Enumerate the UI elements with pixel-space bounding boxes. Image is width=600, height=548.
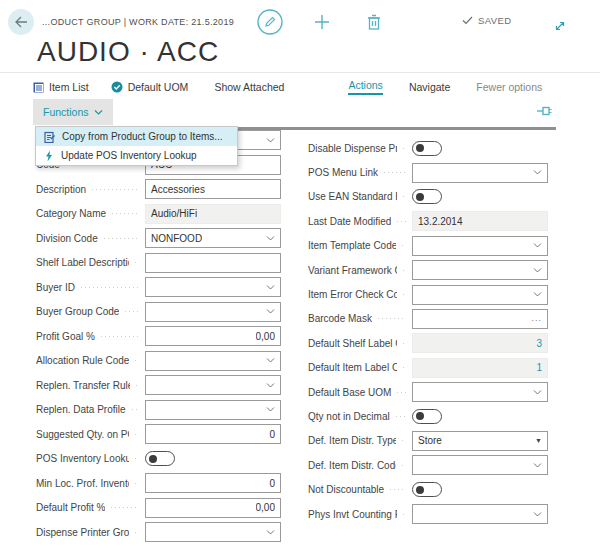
chevron-down-icon[interactable] [533,512,542,517]
qty-not-in-decimal-toggle[interactable] [412,409,442,424]
barcode-mask-lookup-field[interactable]: ... [412,309,548,329]
dotted-leader [396,416,406,417]
field-label: Suggested Qty. on POS [36,429,129,440]
chevron-down-icon[interactable] [533,170,542,175]
form-row-disable-dispense-prin: Disable Dispense Prin... [308,136,548,160]
shelf-label-description-input[interactable] [145,253,281,273]
menu-item-update-pos-inventory-lookup[interactable]: Update POS Inventory Lookup [36,146,237,165]
chevron-down-icon[interactable] [266,138,275,143]
dotted-leader [111,507,139,508]
form-row-use-ean-standard-barc: Use EAN Standard Barc. [308,185,548,209]
allocation-rule-code-combobox[interactable] [145,351,281,371]
use-ean-standard-barc-toggle[interactable] [412,189,442,204]
expand-arrows-icon [553,19,567,33]
chevron-down-icon[interactable] [533,292,542,297]
menu-item-copy-from-product-group-to-items[interactable]: Copy from Product Group to Items... [36,127,237,146]
dotted-leader [135,532,139,533]
form-row-profit-goal: Profit Goal %0,00 [36,324,281,349]
not-discountable-toggle[interactable] [412,482,442,497]
chevron-down-icon[interactable] [533,243,542,248]
chevron-down-icon[interactable] [266,530,275,535]
default-item-label-co-input: 1 [412,358,548,378]
form-row-barcode-mask: Barcode Mask... [308,307,548,331]
chevron-down-icon[interactable] [266,236,275,241]
default-profit-input[interactable]: 0,00 [145,498,281,518]
functions-menu-button[interactable]: Functions [33,99,113,125]
dotted-leader [135,262,139,263]
edit-button[interactable] [256,8,284,36]
action-default-uom[interactable]: Default UOM [111,81,189,94]
chevron-down-icon[interactable] [533,463,542,468]
dotted-leader [403,514,406,515]
pos-inventory-lookup-toggle[interactable] [145,451,175,466]
field-label: Allocation Rule Code [36,355,129,366]
form-row-buyer-id: Buyer ID [36,275,281,300]
action-show-attached[interactable]: Show Attached [214,81,284,94]
field-value: 0 [269,478,275,489]
back-button[interactable] [8,9,34,35]
form-row-qty-not-in-decimal: Qty not in Decimal [308,404,548,428]
lookup-ellipsis-icon[interactable]: ... [531,314,542,323]
form-row-allocation-rule-code: Allocation Rule Code [36,349,281,374]
field-label: Replen. Data Profile [36,404,126,415]
form-row-replen-transfer-rule: Replen. Transfer Rule ... [36,373,281,398]
division-code-combobox[interactable]: NONFOOD [145,228,281,248]
field-value: 13.2.2014 [418,216,463,227]
variant-framework-co-combobox[interactable] [412,260,548,280]
tab-navigate[interactable]: Navigate [409,81,450,94]
new-button[interactable] [308,8,336,36]
pos-menu-link-combobox[interactable] [412,163,548,183]
field-value: NONFOOD [151,233,202,244]
profit-goal-input[interactable]: 0,00 [145,326,281,346]
replen-transfer-rule-combobox[interactable] [145,375,281,395]
expand-page-button[interactable] [546,12,574,40]
menu-item-label: Update POS Inventory Lookup [61,150,197,161]
description-input[interactable]: Accessories [145,179,281,199]
dotted-leader [397,392,406,393]
buyer-id-combobox[interactable] [145,277,281,297]
field-label: POS Menu Link [308,167,378,178]
action-item-list[interactable]: Item List [33,81,89,94]
form-row-buyer-group-code: Buyer Group Code [36,300,281,325]
def-item-distr-code-combobox[interactable] [412,455,548,475]
dotted-leader [104,238,139,239]
buyer-group-code-combobox[interactable] [145,302,281,322]
field-label: Barcode Mask [308,313,372,324]
field-label: Def. Item Distr. Code [308,460,396,471]
item-error-check-code-combobox[interactable] [412,285,548,305]
functions-dropdown-menu: Copy from Product Group to Items... Upda… [35,126,238,166]
dropdown-triangle-icon[interactable]: ▼ [535,437,542,444]
default-base-uom-combobox[interactable] [412,382,548,402]
dotted-leader [112,213,139,214]
min-loc-prof-inventory-input[interactable]: 0 [145,473,281,493]
trash-icon [367,14,381,30]
chevron-down-icon[interactable] [533,268,542,273]
chevron-down-icon[interactable] [266,358,275,363]
suggested-qty-on-pos-input[interactable]: 0 [145,424,281,444]
chevron-down-icon[interactable] [266,309,275,314]
delete-button[interactable] [360,8,388,36]
field-label: Use EAN Standard Barc. [308,191,397,202]
field-label: Dispense Printer Group [36,527,129,538]
dotted-leader [403,196,406,197]
pin-icon [537,105,552,117]
chevron-down-icon[interactable] [266,285,275,290]
chevron-down-icon[interactable] [266,383,275,388]
def-item-distr-type-select[interactable]: Store▼ [412,431,548,451]
item-template-code-combobox[interactable] [412,236,548,256]
replen-data-profile-combobox[interactable] [145,400,281,420]
dispense-printer-group-combobox[interactable] [145,522,281,542]
field-label: Buyer Group Code [36,306,119,317]
form-row-pos-menu-link: POS Menu Link [308,160,548,184]
default-shelf-label-co-input: 3 [412,333,548,353]
phys-invt-counting-pe-combobox[interactable] [412,504,548,524]
tab-actions[interactable]: Actions [348,79,382,95]
dotted-leader [403,270,406,271]
dotted-leader [378,318,406,319]
field-label: Replen. Transfer Rule ... [36,380,130,391]
chevron-down-icon[interactable] [533,390,542,395]
fewer-options-button[interactable]: Fewer options [476,81,542,94]
chevron-down-icon[interactable] [266,407,275,412]
pin-button[interactable] [537,103,552,121]
disable-dispense-prin-toggle[interactable] [412,141,442,156]
